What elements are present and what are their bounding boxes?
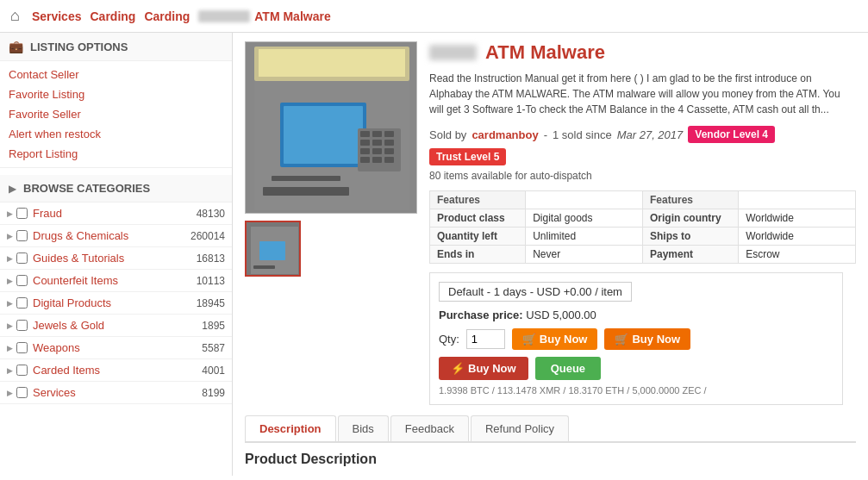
svg-rect-20 — [263, 187, 349, 196]
ends-val: Never — [526, 246, 643, 264]
product-details-table: Features Features Product class Digital … — [429, 190, 856, 264]
default-option-display: Default - 1 days - USD +0.00 / item — [439, 282, 632, 302]
contact-seller-link[interactable]: Contact Seller — [0, 65, 232, 84]
briefcase-icon: 💼 — [9, 40, 23, 53]
arrow-icon: ▶ — [7, 232, 13, 240]
category-checkbox[interactable] — [16, 342, 28, 353]
listing-options-title: LISTING OPTIONS — [30, 41, 128, 53]
svg-rect-10 — [384, 131, 394, 137]
category-digital-link[interactable]: Digital Products — [33, 296, 197, 309]
tab-bids[interactable]: Bids — [338, 415, 389, 441]
origin-val: Worldwide — [739, 209, 856, 228]
category-counterfeit-count: 10113 — [197, 275, 225, 287]
category-checkbox[interactable] — [16, 252, 28, 264]
category-services-count: 8199 — [202, 387, 225, 399]
nav-services[interactable]: Services — [32, 9, 82, 23]
category-services-link[interactable]: Services — [33, 386, 202, 399]
tab-description-label: Description — [259, 422, 322, 435]
browse-title: BROWSE CATEGORIES — [23, 182, 150, 195]
category-counterfeit-link[interactable]: Counterfeit Items — [33, 274, 197, 287]
buy-btn-3-label: Buy Now — [468, 362, 516, 375]
tab-refund-label: Refund Policy — [485, 422, 554, 435]
product-thumbnail[interactable] — [245, 221, 301, 277]
category-checkbox[interactable] — [16, 208, 28, 219]
product-info: ATM Malware Read the Instruction Manual … — [429, 41, 856, 405]
features-header-right: Features — [642, 191, 738, 209]
category-drugs-link[interactable]: Drugs & Chemicals — [33, 229, 190, 242]
sold-date: Mar 27, 2017 — [617, 128, 684, 141]
tab-feedback[interactable]: Feedback — [390, 415, 469, 441]
list-item: ▶ Weapons 5587 — [0, 337, 232, 359]
default-option-row: Default - 1 days - USD +0.00 / item — [439, 282, 834, 302]
svg-rect-11 — [360, 140, 370, 146]
breadcrumb-blur — [198, 10, 250, 22]
category-list: ▶ Fraud 48130 ▶ Drugs & Chemicals 260014… — [0, 203, 232, 404]
tab-description[interactable]: Description — [245, 415, 336, 441]
category-fraud-link[interactable]: Fraud — [33, 207, 197, 220]
tab-refund-policy[interactable]: Refund Policy — [471, 415, 569, 441]
category-weapons-count: 5587 — [202, 342, 225, 354]
payment-val: Escrow — [739, 246, 856, 264]
category-jewels-count: 1895 — [202, 320, 225, 332]
favorite-listing-link[interactable]: Favorite Listing — [0, 84, 232, 104]
product-top: ATM Malware Read the Instruction Manual … — [245, 41, 856, 405]
svg-rect-17 — [360, 157, 370, 163]
arrow-icon: ▶ — [7, 321, 13, 330]
purchase-price-row: Purchase price: USD 5,000.00 — [439, 309, 834, 321]
cart-icon-1: 🛒 — [522, 333, 536, 346]
category-checkbox[interactable] — [16, 320, 28, 331]
queue-btn-label: Queue — [551, 362, 585, 375]
category-checkbox[interactable] — [16, 297, 28, 309]
category-checkbox[interactable] — [16, 365, 28, 376]
seller-link[interactable]: cardmanboy — [471, 128, 538, 141]
features-val-right — [739, 191, 856, 209]
category-checkbox[interactable] — [16, 275, 28, 286]
svg-rect-5 — [284, 106, 363, 164]
alert-restock-link[interactable]: Alert when restock — [0, 124, 232, 144]
nav-current: ATM Malware — [254, 9, 330, 23]
product-title: ATM Malware — [485, 41, 605, 64]
trust-badge: Trust Level 5 — [429, 148, 506, 165]
list-item: ▶ Carded Items 4001 — [0, 359, 232, 382]
vendor-badge: Vendor Level 4 — [688, 126, 775, 143]
buy-now-button-2[interactable]: 🛒 Buy Now — [604, 328, 690, 350]
sold-count-text: 1 sold since — [553, 128, 612, 141]
report-listing-link[interactable]: Report Listing — [0, 144, 232, 164]
category-carded-link[interactable]: Carded Items — [33, 364, 202, 377]
category-checkbox[interactable] — [16, 230, 28, 241]
qty-input[interactable] — [466, 329, 505, 349]
category-guides-count: 16813 — [197, 252, 225, 265]
category-guides-link[interactable]: Guides & Tutorials — [33, 252, 197, 265]
main-content: ATM Malware Read the Instruction Manual … — [233, 33, 868, 476]
svg-rect-9 — [372, 131, 382, 137]
buy-btn-1-label: Buy Now — [540, 333, 588, 346]
arrow-icon: ▶ — [7, 366, 13, 375]
main-layout: 💼 LISTING OPTIONS Contact Seller Favorit… — [0, 33, 868, 476]
play-icon: ▶ — [9, 183, 16, 195]
favorite-seller-link[interactable]: Favorite Seller — [0, 104, 232, 124]
svg-rect-24 — [253, 265, 275, 269]
main-product-image — [245, 41, 417, 214]
svg-rect-14 — [360, 148, 370, 154]
category-checkbox[interactable] — [16, 387, 28, 398]
arrow-icon: ▶ — [7, 254, 13, 263]
sold-count: - — [544, 128, 547, 141]
home-icon[interactable]: ⌂ — [10, 7, 20, 25]
tabs-bar: Description Bids Feedback Refund Policy — [245, 415, 856, 443]
category-weapons-link[interactable]: Weapons — [33, 341, 202, 354]
browse-categories-header: ▶ BROWSE CATEGORIES — [0, 175, 232, 203]
arrow-icon: ▶ — [7, 299, 13, 308]
buy-now-button-3[interactable]: ⚡ Buy Now — [439, 357, 528, 380]
queue-button[interactable]: Queue — [535, 357, 601, 380]
category-jewels-link[interactable]: Jewels & Gold — [33, 319, 202, 332]
category-fraud-count: 48130 — [197, 208, 225, 220]
nav-carding2[interactable]: Carding — [144, 9, 190, 23]
nav-carding1[interactable]: Carding — [90, 9, 135, 23]
svg-rect-18 — [372, 157, 382, 163]
buy-now-button-1[interactable]: 🛒 Buy Now — [512, 328, 598, 350]
arrow-icon: ▶ — [7, 389, 13, 397]
category-carded-count: 4001 — [202, 365, 225, 377]
cart-icon-2: 🛒 — [615, 333, 628, 346]
purchase-price-label: Purchase price: — [439, 309, 523, 321]
qty-label: Quantity left — [430, 228, 526, 246]
